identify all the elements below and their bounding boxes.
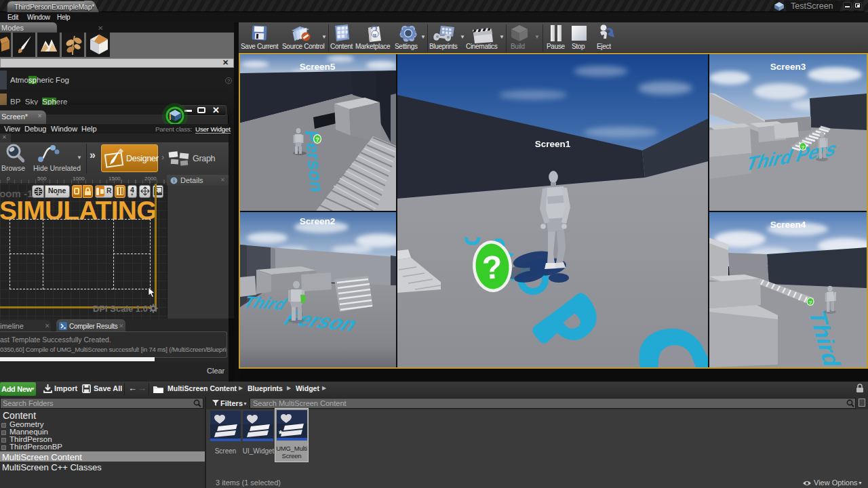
- svg-text:?: ?: [481, 249, 504, 286]
- svg-text:?: ?: [315, 136, 319, 143]
- svg-text:Screen2: Screen2: [300, 216, 336, 226]
- svg-text:?: ?: [809, 300, 812, 306]
- svg-text:Screen1: Screen1: [535, 139, 571, 149]
- svg-text:*: *: [279, 428, 283, 439]
- svg-text:Screen5: Screen5: [300, 62, 336, 72]
- svg-text:Screen4: Screen4: [770, 220, 806, 230]
- svg-text:?: ?: [802, 144, 805, 150]
- svg-text:Screen3: Screen3: [770, 62, 806, 72]
- svg-text:u: u: [373, 31, 376, 38]
